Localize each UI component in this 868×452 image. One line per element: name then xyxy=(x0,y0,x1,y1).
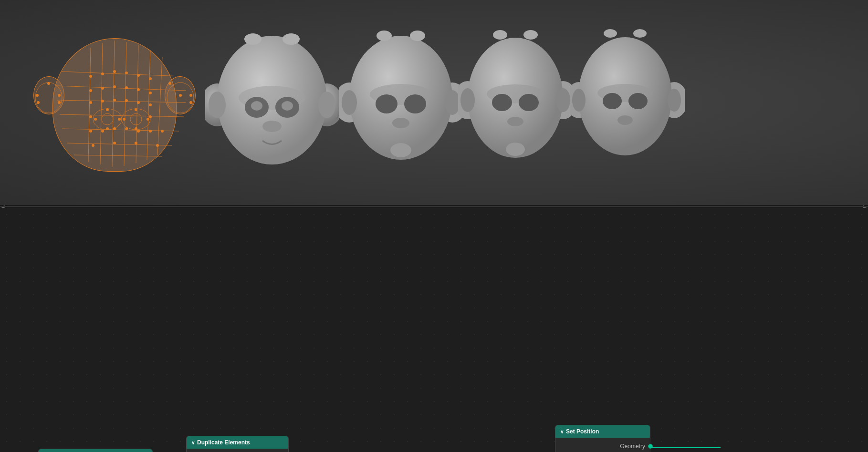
set-position-node: ∨ Set Position Geometry Geometry Selecti… xyxy=(555,425,650,452)
node-editor[interactable]: ∨ Geometry to Instance Instances Geometr… xyxy=(0,208,868,452)
svg-point-111 xyxy=(617,115,633,125)
wireframe-monkey xyxy=(29,24,200,195)
chevron-icon-2: ∨ xyxy=(191,440,195,445)
svg-point-91 xyxy=(410,31,425,41)
svg-point-98 xyxy=(519,94,539,111)
svg-point-92 xyxy=(390,143,411,157)
svg-point-79 xyxy=(244,33,261,45)
set-position-body: Geometry Geometry Selection Position Of xyxy=(555,438,650,452)
svg-point-77 xyxy=(209,92,226,118)
connections-layer xyxy=(0,208,868,452)
svg-point-115 xyxy=(633,29,647,38)
svg-point-112 xyxy=(572,89,586,112)
svg-point-74 xyxy=(251,101,262,111)
monkey-solid-5 xyxy=(570,5,685,197)
svg-point-101 xyxy=(556,88,570,112)
viewport-background xyxy=(0,0,868,205)
svg-point-109 xyxy=(603,93,622,109)
svg-point-97 xyxy=(492,94,512,111)
monkey-solid-4 xyxy=(458,7,573,195)
svg-point-102 xyxy=(493,30,507,40)
setpos-geometry-output: Geometry xyxy=(555,441,650,452)
chevron-icon-5: ∨ xyxy=(560,429,564,434)
svg-point-87 xyxy=(392,118,409,128)
svg-point-78 xyxy=(318,92,335,118)
svg-point-76 xyxy=(262,121,282,132)
svg-point-99 xyxy=(507,117,523,126)
duplicate-elements-header: ∨ Duplicate Elements xyxy=(187,436,288,449)
set-position-title: Set Position xyxy=(566,428,599,435)
svg-point-110 xyxy=(628,93,648,109)
setpos-geometry-out-label: Geometry xyxy=(620,443,645,450)
svg-point-80 xyxy=(282,33,300,45)
svg-point-113 xyxy=(668,89,681,112)
svg-point-75 xyxy=(282,101,293,111)
svg-point-90 xyxy=(376,31,392,41)
svg-point-114 xyxy=(604,29,617,38)
3d-viewport[interactable] xyxy=(0,0,868,205)
duplicate-elements-body: Geometry Duplicate Index Instance Face E… xyxy=(187,449,288,452)
svg-point-86 xyxy=(404,94,426,113)
geometry-to-instance-header: ∨ Geometry to Instance xyxy=(39,449,152,452)
monkey-solid-3 xyxy=(339,10,463,197)
geometry-to-instance-node: ∨ Geometry to Instance Instances Geometr… xyxy=(38,449,153,452)
svg-point-88 xyxy=(342,90,357,115)
svg-point-103 xyxy=(523,30,538,40)
monkey-solid-2 xyxy=(205,14,339,197)
svg-point-100 xyxy=(460,88,475,112)
set-position-header: ∨ Set Position xyxy=(555,425,650,438)
duplicate-elements-title: Duplicate Elements xyxy=(197,439,250,446)
duplicate-elements-node: ∨ Duplicate Elements Geometry Duplicate … xyxy=(186,436,289,452)
svg-point-104 xyxy=(506,143,525,156)
setpos-geometry-out-socket[interactable] xyxy=(648,444,653,449)
svg-point-85 xyxy=(376,94,397,113)
